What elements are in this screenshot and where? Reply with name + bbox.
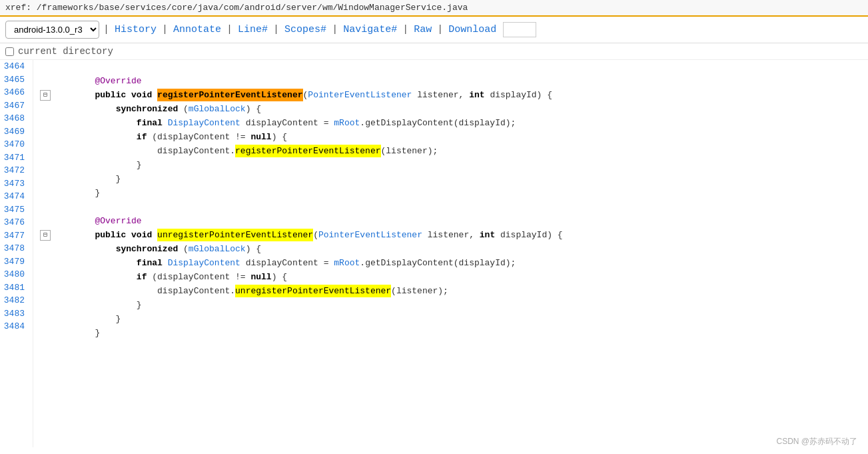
code-token: (displayContent != [147,271,250,284]
nav-separator-7: | [437,24,443,35]
nav-separator-1: | [103,24,109,35]
code-line: synchronized (mGlobalLock) { [40,102,868,116]
code-token: if [137,131,147,144]
code-token: } [53,187,100,200]
line-number[interactable]: 3484 [0,320,27,333]
code-token: ) { [272,271,287,284]
code-token [126,229,131,242]
code-line: ⊟ public void registerPointerEventListen… [40,88,868,102]
fold-icon[interactable]: ⊟ [40,90,51,101]
code-token: (displayContent != [147,131,250,144]
nav-separator-5: | [332,24,338,35]
nav-separator-3: | [226,24,232,35]
line-number[interactable]: 3479 [0,255,27,269]
code-token: .getDisplayContent(displayId); [360,257,516,270]
current-dir-bar: current directory [0,43,868,60]
code-line: } [40,158,868,172]
code-line: } [40,326,868,340]
code-token [152,229,157,242]
code-token [152,89,157,102]
search-input[interactable] [503,22,536,37]
line-number[interactable]: 3483 [0,307,27,321]
filepath-bar: xref: /frameworks/base/services/core/jav… [0,0,868,17]
nav-link-download[interactable]: Download [447,24,498,35]
code-token [53,271,137,284]
code-token: public [95,89,126,102]
line-number[interactable]: 3465 [0,73,27,87]
code-token: ( [313,229,318,242]
line-number[interactable]: 3477 [0,229,27,243]
code-token: final [137,117,163,130]
code-token: PointerEventListener [308,89,412,102]
code-token: mGlobalLock [189,103,246,116]
nav-link-scopes[interactable]: Scopes# [283,24,328,35]
line-number[interactable]: 3482 [0,294,27,307]
code-token: displayContent = [240,257,334,270]
line-number[interactable]: 3475 [0,203,27,217]
code-token: if [137,271,147,284]
line-number[interactable]: 3464 [0,60,27,73]
code-token: unregisterPointerEventListener [235,285,391,298]
fold-icon[interactable]: ⊟ [40,230,51,241]
line-number[interactable]: 3474 [0,190,27,203]
code-line [40,60,868,74]
code-token: ) { [272,131,287,144]
dir-checkbox[interactable] [5,47,14,56]
line-number[interactable]: 3470 [0,138,27,151]
code-token [53,89,95,102]
code-token: displayContent. [157,145,235,158]
code-token: synchronized [116,243,179,256]
line-number[interactable]: 3466 [0,86,27,99]
code-token: public [95,229,126,242]
code-token: } [53,327,100,340]
line-number[interactable]: 3469 [0,125,27,139]
code-token: (listener); [391,285,448,298]
code-line: @Override [40,214,868,228]
nav-link-navigate[interactable]: Navigate# [342,24,398,35]
code-token: displayId) [485,89,542,102]
line-number[interactable]: 3471 [0,151,27,165]
line-number[interactable]: 3478 [0,242,27,255]
code-area: 3464346534663467346834693470347134723473… [0,60,868,447]
code-token [53,215,95,228]
nav-link-history[interactable]: History [113,24,158,35]
line-number[interactable]: 3468 [0,112,27,125]
code-token: DisplayContent [168,257,240,270]
line-number[interactable]: 3476 [0,216,27,229]
code-token: DisplayContent [168,117,240,130]
navigation-bar: android-13.0.0_r3 android-12.0.0_r1 andr… [0,17,868,43]
code-token: ( [178,103,189,116]
code-token [53,145,157,158]
code-line: displayContent.unregisterPointerEventLis… [40,284,868,298]
code-token [53,131,137,144]
line-number[interactable]: 3481 [0,281,27,295]
code-token: .getDisplayContent(displayId); [360,117,516,130]
code-token: { [552,229,563,242]
code-token: ) { [246,103,261,116]
code-token [163,257,168,270]
code-line: ⊟ public void unregisterPointerEventList… [40,228,868,242]
code-line: } [40,298,868,312]
line-numbers: 3464346534663467346834693470347134723473… [0,60,33,447]
code-token: } [53,313,121,326]
line-number[interactable]: 3472 [0,164,27,177]
xref-path: xref: /frameworks/base/services/core/jav… [5,3,468,13]
code-token: @Override [95,75,141,88]
code-token [53,285,157,298]
code-token: mRoot [334,117,360,130]
code-token: listener, [412,89,464,102]
line-number[interactable]: 3467 [0,99,27,113]
line-number[interactable]: 3480 [0,268,27,281]
code-token [53,103,116,116]
code-token: int [464,89,484,102]
nav-link-annotate[interactable]: Annotate [172,24,222,35]
version-select[interactable]: android-13.0.0_r3 android-12.0.0_r1 andr… [5,21,99,39]
code-token [53,257,137,270]
line-number[interactable]: 3473 [0,177,27,191]
nav-link-lineno[interactable]: Line# [236,24,269,35]
nav-separator-2: | [162,24,168,35]
code-token: PointerEventListener [318,229,422,242]
code-token: synchronized [116,103,179,116]
code-content: @Override⊟ public void registerPointerEv… [33,60,868,447]
nav-link-raw[interactable]: Raw [412,24,433,35]
